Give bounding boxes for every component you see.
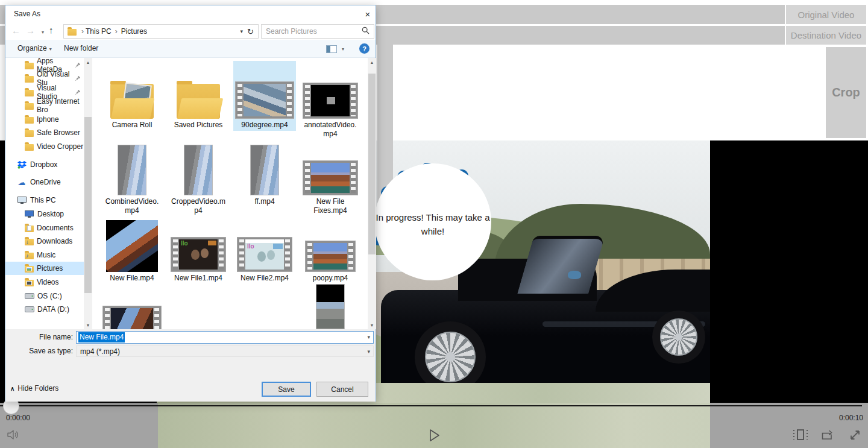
file-tile-new-file2[interactable]: llo New File2.mp4	[233, 218, 296, 283]
file-tile-ff[interactable]: ff.mp4	[233, 141, 296, 206]
destination-video-label: Destination Video	[786, 26, 866, 45]
video-thumbnail	[305, 241, 356, 272]
search-icon	[362, 27, 370, 36]
file-tile-annotatedvideo[interactable]: annotatedVideo.mp4	[299, 61, 362, 139]
file-tile-new-file[interactable]: New File.mp4	[101, 218, 163, 283]
address-dropdown-icon[interactable]: ▾	[241, 28, 244, 34]
dialog-footer: File name: New File.mp4 ▾ Save as type: …	[5, 329, 376, 402]
forward-icon[interactable]: →	[26, 26, 35, 35]
help-icon[interactable]: ?	[359, 43, 370, 54]
seek-bar[interactable]	[0, 405, 862, 406]
save-type-select[interactable]: mp4 (*.mp4) ▾	[76, 345, 374, 357]
progress-message-line1: In progress! This may take a	[374, 210, 491, 224]
video-thumbnail	[303, 83, 358, 119]
file-tile-partial[interactable]	[316, 284, 345, 329]
original-video-label: Original Video	[786, 5, 866, 24]
file-tile-poopy[interactable]: poopy.mp4	[299, 218, 362, 283]
file-tile-partial[interactable]	[102, 306, 162, 329]
chevron-up-icon: ∧	[10, 385, 14, 392]
car-mirror	[568, 271, 581, 279]
player-bar-right	[710, 403, 868, 448]
history-dropdown-icon[interactable]: ▾	[42, 30, 44, 35]
organize-caret-icon: ▾	[49, 46, 52, 52]
video-thumbnail: llo	[171, 237, 226, 272]
file-name-value: New File.mp4	[78, 332, 125, 342]
breadcrumb-this-pc[interactable]: This PC	[86, 27, 112, 36]
save-type-label: Save as type:	[5, 345, 73, 358]
view-mode-icon[interactable]	[326, 45, 337, 53]
hide-folders-button[interactable]: ∧ Hide Folders	[10, 384, 58, 393]
scrollbar-thumb[interactable]	[368, 74, 376, 254]
breadcrumb-sep: ›	[81, 27, 84, 36]
save-type-value: mp4 (*.mp4)	[80, 347, 120, 356]
file-tile-combinedvideo[interactable]: CombinedVideo.mp4	[101, 141, 163, 215]
frame-mode-icon[interactable]	[793, 429, 808, 440]
up-icon[interactable]: ↑	[49, 25, 54, 34]
file-tile-croppedvideo[interactable]: CroppedVideo.mp4	[167, 141, 230, 215]
scroll-down-icon[interactable]: ▼	[368, 321, 376, 329]
refresh-icon[interactable]: ↻	[247, 27, 254, 36]
dialog-toolbar	[5, 40, 376, 58]
time-current: 0:00:00	[6, 414, 30, 422]
file-tile-camera-roll[interactable]: Camera Roll	[101, 61, 163, 130]
progress-overlay: In progress! This may take a while!	[374, 163, 491, 280]
dialog-title: Save As	[14, 10, 40, 18]
close-icon[interactable]: ×	[359, 5, 377, 22]
folder-with-photo-icon	[109, 84, 155, 119]
file-tile-new-file1[interactable]: llo New File1.mp4	[167, 218, 230, 283]
time-total: 0:00:10	[839, 414, 863, 422]
file-grid: Camera Roll Saved Pictures 90degree.mp4 …	[5, 58, 367, 329]
car-wheel-front	[415, 321, 486, 393]
fullscreen-icon[interactable]	[849, 429, 861, 444]
file-name-label: File name:	[5, 331, 73, 344]
crop-button[interactable]: Crop	[826, 47, 866, 138]
scroll-up-icon[interactable]: ▲	[368, 58, 376, 66]
search-box[interactable]	[261, 24, 374, 39]
video-thumbnail	[235, 81, 294, 119]
save-as-dialog: Save As × ← → ▾ ↑ › This PC › Pictures ▾…	[5, 5, 376, 402]
breadcrumb-sep: ›	[115, 27, 118, 36]
folder-icon	[68, 29, 77, 36]
video-thumbnail: llo	[237, 237, 292, 272]
search-input[interactable]	[262, 27, 352, 36]
file-tile-new-file-fixes[interactable]: New FileFixes.mp4	[299, 141, 362, 215]
new-folder-button[interactable]: New folder	[64, 44, 98, 52]
file-tile-saved-pictures[interactable]: Saved Pictures	[167, 61, 230, 130]
rotate-icon[interactable]	[820, 429, 835, 443]
file-tile-90degree[interactable]: 90degree.mp4	[233, 61, 296, 131]
video-thumbnail	[106, 220, 158, 272]
video-thumbnail	[250, 145, 279, 195]
chevron-down-icon: ▾	[367, 349, 370, 355]
progress-message-line2: while!	[374, 224, 491, 238]
file-list-scrollbar[interactable]: ▲ ▼	[368, 58, 376, 329]
volume-icon[interactable]	[6, 429, 20, 443]
chevron-down-icon[interactable]: ▾	[367, 334, 370, 340]
breadcrumb-pictures[interactable]: Pictures	[121, 27, 147, 36]
cancel-button[interactable]: Cancel	[316, 382, 368, 397]
video-thumbnail	[118, 145, 146, 195]
back-icon[interactable]: ←	[11, 26, 20, 35]
car-wheel-rear	[652, 311, 705, 364]
save-button[interactable]: Save	[262, 382, 311, 397]
folder-icon	[175, 84, 221, 119]
play-button[interactable]	[426, 427, 442, 446]
video-thumbnail	[303, 160, 358, 195]
address-bar[interactable]: › This PC › Pictures ▾ ↻	[63, 24, 259, 39]
player-bar-left	[0, 403, 158, 448]
video-thumbnail	[184, 145, 213, 195]
file-name-input[interactable]: New File.mp4 ▾	[76, 331, 374, 344]
organize-button[interactable]: Organize▾	[17, 44, 52, 52]
view-mode-caret-icon[interactable]: ▾	[342, 46, 344, 52]
